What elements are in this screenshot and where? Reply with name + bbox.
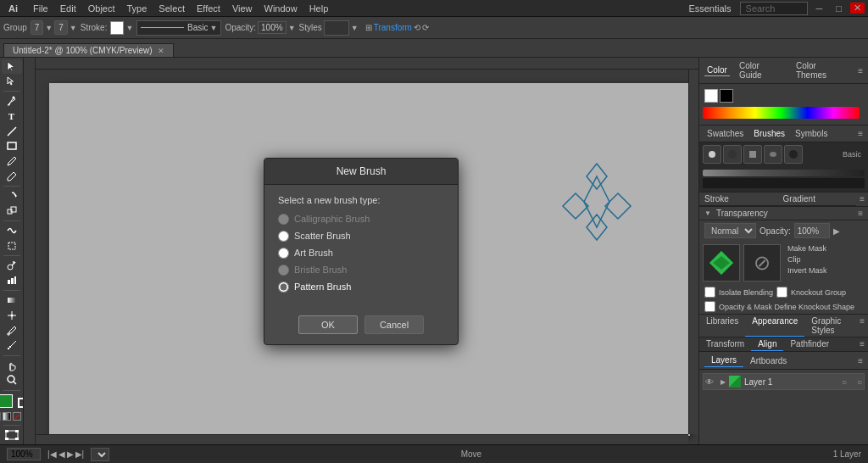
paintbrush-tool[interactable]	[2, 154, 22, 169]
none-mode[interactable]	[13, 412, 21, 421]
menu-effect[interactable]: Effect	[192, 2, 225, 15]
pattern-radio[interactable]	[278, 282, 289, 293]
pen-tool[interactable]	[2, 94, 22, 109]
scrollbar-horizontal[interactable]	[36, 434, 688, 444]
line-tool[interactable]	[2, 124, 22, 138]
artboard-select[interactable]	[91, 448, 109, 461]
align-tab[interactable]: Align	[751, 337, 783, 351]
opacity-mask-checkbox[interactable]	[704, 301, 715, 312]
stroke-color[interactable]	[18, 398, 25, 408]
symbols-tab[interactable]: Symbols	[793, 128, 830, 139]
gradient-tool[interactable]	[2, 293, 22, 308]
minimize-button[interactable]: ─	[811, 2, 828, 15]
appearance-tab[interactable]: Appearance	[745, 315, 804, 337]
layer-row[interactable]: 👁 ▶ Layer 1 ○ ○	[703, 373, 865, 390]
scatter-option[interactable]: Scatter Brush	[278, 231, 444, 242]
gradient-section[interactable]: Gradient	[778, 192, 857, 206]
artboards-tab[interactable]: Artboards	[743, 354, 793, 367]
calligraphic-radio[interactable]	[278, 214, 289, 225]
nav-last[interactable]: ▶|	[75, 449, 85, 459]
workspace-switcher[interactable]: Essentials	[683, 2, 736, 15]
opacity-input[interactable]	[794, 223, 830, 238]
art-option[interactable]: Art Brush	[278, 248, 444, 259]
menu-window[interactable]: Window	[259, 2, 303, 15]
menu-file[interactable]: File	[28, 2, 53, 15]
cancel-button[interactable]: Cancel	[364, 315, 424, 334]
layer-selector[interactable]: 7	[31, 20, 44, 35]
bottom-panel-menu[interactable]: ≡	[856, 315, 868, 337]
layer-lock[interactable]: ○	[842, 377, 854, 387]
calligraphic-option[interactable]: Calligraphic Brush	[278, 214, 444, 225]
nav-next[interactable]: ▶	[67, 449, 74, 459]
menu-select[interactable]: Select	[153, 2, 190, 15]
opacity-arrow-btn[interactable]: ▶	[833, 226, 840, 236]
color-tab[interactable]: Color	[704, 64, 730, 76]
rotate-tool[interactable]	[2, 189, 22, 204]
color-themes-tab[interactable]: Color Themes	[793, 60, 851, 81]
restore-button[interactable]: □	[831, 2, 847, 15]
nav-prev[interactable]: ◀	[58, 449, 65, 459]
layer-target[interactable]: ○	[857, 377, 862, 387]
brush-sample-3[interactable]	[743, 145, 762, 164]
layer-target[interactable]: 7	[54, 20, 68, 35]
transform-icon3[interactable]: ⟳	[422, 23, 429, 32]
layer-visibility[interactable]: 👁	[705, 377, 717, 387]
pattern-option[interactable]: Pattern Brush	[278, 282, 444, 293]
pencil-tool[interactable]	[2, 169, 22, 183]
make-mask-button[interactable]: Make Mask	[787, 244, 827, 253]
select-tool[interactable]	[2, 59, 22, 74]
gradient-mode[interactable]	[3, 412, 11, 421]
align-icon[interactable]: ⊞	[365, 23, 372, 32]
menu-object[interactable]: Object	[83, 2, 120, 15]
document-tab[interactable]: Untitled-2* @ 100% (CMYK/Preview) ✕	[3, 43, 174, 57]
stroke-style-selector[interactable]: Basic ▼	[136, 20, 221, 36]
isolate-blending-checkbox[interactable]	[704, 287, 715, 298]
zoom-tool[interactable]	[2, 373, 22, 388]
tab-close-button[interactable]: ✕	[158, 47, 164, 55]
type-tool[interactable]: T	[2, 109, 22, 124]
transform-icon2[interactable]: ⟲	[414, 23, 420, 32]
ok-button[interactable]: OK	[298, 315, 358, 334]
pathfinder-tab[interactable]: Pathfinder	[783, 337, 836, 351]
transparency-header[interactable]: ▼ Transparency ≡	[699, 207, 868, 220]
close-button[interactable]: ✕	[850, 3, 865, 14]
menu-view[interactable]: View	[227, 2, 258, 15]
blending-mode-select[interactable]: Normal	[704, 223, 756, 238]
symbol-sprayer-tool[interactable]	[2, 259, 22, 273]
hand-tool[interactable]	[2, 358, 22, 372]
bristle-radio[interactable]	[278, 265, 289, 276]
artboard-tool[interactable]	[2, 428, 22, 443]
scale-tool[interactable]	[2, 204, 22, 218]
transform-label[interactable]: Transform	[374, 23, 412, 32]
color-guide-tab[interactable]: Color Guide	[737, 60, 787, 81]
brushes-panel-menu[interactable]: ≡	[858, 129, 863, 138]
layers-menu[interactable]: ≡	[858, 356, 863, 365]
layer-expand[interactable]: ▶	[721, 378, 726, 386]
direct-select-tool[interactable]	[2, 75, 22, 89]
search-input-bar[interactable]: Search	[740, 2, 808, 15]
graphic-styles-tab[interactable]: Graphic Styles	[804, 315, 856, 337]
swatches-tab[interactable]: Swatches	[704, 128, 746, 139]
stroke-section[interactable]: Stroke	[699, 192, 778, 206]
brush-sample-2[interactable]	[723, 145, 742, 164]
secondary-panel-menu[interactable]: ≡	[856, 337, 868, 351]
scrollbar-vertical[interactable]	[688, 70, 698, 434]
measure-tool[interactable]	[2, 338, 22, 353]
stroke-color-box[interactable]	[110, 21, 124, 35]
menu-type[interactable]: Type	[122, 2, 153, 15]
zoom-input[interactable]	[7, 448, 41, 460]
color-spectrum[interactable]	[703, 107, 860, 119]
graph-tool[interactable]	[2, 274, 22, 288]
fill-color[interactable]	[0, 394, 13, 408]
scatter-radio[interactable]	[278, 231, 289, 242]
opacity-value[interactable]: 100%	[258, 21, 287, 34]
brush-sample-5[interactable]	[784, 145, 803, 164]
black-swatch[interactable]	[720, 89, 733, 103]
eyedropper-tool[interactable]	[2, 323, 22, 337]
art-radio[interactable]	[278, 248, 289, 259]
menu-edit[interactable]: Edit	[55, 2, 81, 15]
free-transform-tool[interactable]	[2, 238, 22, 253]
mesh-tool[interactable]	[2, 309, 22, 323]
brush-sample-4[interactable]	[764, 145, 782, 164]
white-swatch[interactable]	[704, 89, 718, 103]
